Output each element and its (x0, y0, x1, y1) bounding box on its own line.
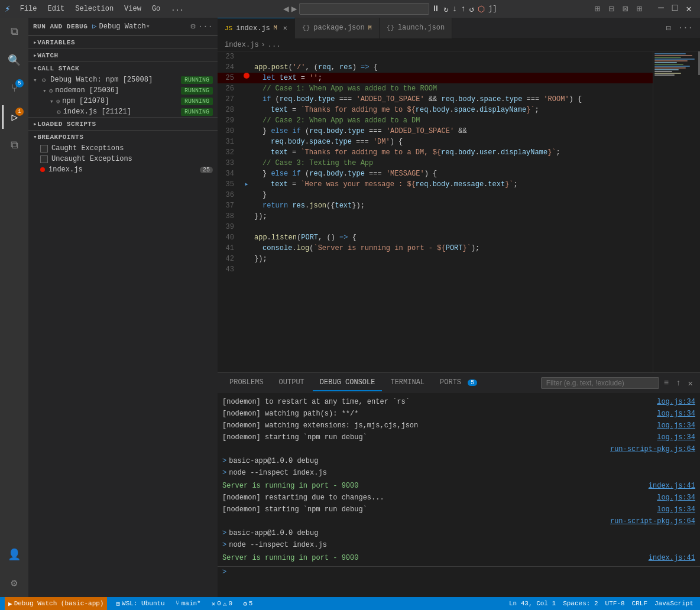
maximize-button[interactable]: □ (669, 2, 682, 16)
code-scroll[interactable]: 23 24 app.post('/', (req, res) => { 25 l… (218, 51, 653, 372)
console-link[interactable]: log.js:34 (647, 397, 695, 407)
call-stack-npm[interactable]: ▾ ⚙ npm [21078] RUNNING (28, 96, 218, 106)
loaded-scripts-header[interactable]: ▸ LOADED SCRIPTS (28, 118, 218, 130)
breakpoint-uncaught-exceptions[interactable]: Uncaught Exceptions (28, 154, 218, 164)
status-debug-count-item[interactable]: ⚙ 5 (241, 600, 254, 608)
activity-avatar[interactable]: 👤 (2, 543, 26, 566)
debug-play-button[interactable]: ▷ (92, 22, 96, 31)
activity-source-control[interactable]: ⑂ 5 (2, 77, 26, 100)
debug-step-out-button[interactable]: ↺ (469, 4, 474, 14)
activity-extensions[interactable]: ⧉ (2, 134, 26, 157)
panel-tab-output[interactable]: OUTPUT (272, 375, 312, 391)
console-link[interactable]: log.js:34 (647, 420, 695, 431)
status-spaces-item[interactable]: Spaces: 2 (561, 600, 599, 607)
grid-icon[interactable]: ⊞ (634, 2, 646, 16)
tab-packagejson[interactable]: {} package.json M (295, 18, 380, 38)
panel-icon[interactable]: ⊠ (620, 2, 631, 16)
panel-tab-ports[interactable]: PORTS 5 (433, 375, 484, 391)
debug-config-chevron: ▾ (146, 22, 150, 31)
nav-back-button[interactable]: ◀ (283, 3, 289, 15)
tab-indexjs[interactable]: JS index.js M ✕ (218, 18, 295, 38)
console-link[interactable]: log.js:34 (647, 408, 695, 419)
status-branch-item[interactable]: ⑂ main* (174, 600, 203, 607)
console-link[interactable]: run-script-pkg.js:64 (601, 516, 695, 527)
call-stack-process[interactable]: ▾ ⚙ Debug Watch: npm [25008] RUNNING (28, 74, 218, 85)
debug-restart-button[interactable]: ↻ (443, 4, 448, 14)
menu-more[interactable]: ... (166, 4, 189, 14)
tab-indexjs-close[interactable]: ✕ (283, 24, 287, 33)
console-line: [nodemon] restarting due to changes... l… (218, 492, 700, 504)
menu-file[interactable]: File (15, 4, 42, 14)
console-clear-icon[interactable]: ✕ (686, 377, 695, 390)
menu-selection[interactable]: Selection (70, 4, 118, 14)
debug-more-icon[interactable]: ··· (198, 22, 213, 31)
close-button[interactable]: ✕ (682, 2, 695, 16)
console-link[interactable]: log.js:34 (647, 492, 695, 503)
console-input[interactable] (229, 568, 695, 576)
call-stack-header[interactable]: ▾ CALL STACK (28, 62, 218, 74)
console-prompt: > (222, 456, 226, 466)
tab-launchjson[interactable]: {} launch.json (380, 18, 452, 38)
code-line-26: 26 // Case 1: When App was added to the … (218, 83, 653, 94)
variables-header[interactable]: ▸ VARIABLES (28, 36, 218, 48)
console-link[interactable]: index.js:41 (639, 481, 695, 491)
debug-pause-button[interactable]: ⏸ (432, 4, 440, 14)
error-icon: ✕ (212, 600, 216, 608)
debug-step-into-button[interactable]: ↑ (461, 4, 465, 14)
breakpoints-header[interactable]: ▾ BREAKPOINTS (28, 131, 218, 143)
search-input[interactable] (299, 3, 429, 15)
breakpoint-caught-exceptions[interactable]: Caught Exceptions (28, 143, 218, 154)
status-line-ending-label: CRLF (632, 600, 647, 607)
status-line-ending-item[interactable]: CRLF (630, 600, 649, 607)
layout-icon[interactable]: ⊞ (592, 2, 604, 16)
window-controls: ─ □ ✕ (654, 2, 695, 16)
console-scroll-lock-icon[interactable]: ↑ (673, 377, 683, 389)
debug-settings-icon[interactable]: ⚙ (190, 21, 195, 31)
console-link[interactable]: index.js:41 (639, 553, 695, 563)
warning-icon: ⚠ (223, 600, 227, 608)
console-link[interactable]: run-script-pkg.js:64 (601, 444, 695, 455)
call-stack-indexjs[interactable]: ⚙ index.js [21121] RUNNING (28, 106, 218, 117)
console-link[interactable]: log.js:34 (647, 504, 695, 515)
console-link[interactable]: log.js:34 (647, 432, 695, 443)
status-errors-item[interactable]: ✕ 0 ⚠ 0 (210, 600, 234, 608)
status-wsl-item[interactable]: ⊞ WSL: Ubuntu (114, 600, 166, 608)
breadcrumb-file[interactable]: index.js (225, 41, 259, 49)
minimap-line (654, 71, 672, 72)
extensions-icon: ⧉ (11, 139, 18, 151)
debug-step-over-button[interactable]: ↓ (452, 4, 457, 14)
menu-go[interactable]: Go (147, 4, 165, 14)
debug-stop-button[interactable]: ⬡ (478, 4, 485, 14)
console-filter-input[interactable] (541, 377, 659, 389)
status-encoding-item[interactable]: UTF-8 (604, 600, 627, 607)
panel-tab-problems[interactable]: PROBLEMS (222, 375, 271, 391)
call-stack-nodemon[interactable]: ▾ ⚙ nodemon [25036] RUNNING (28, 85, 218, 96)
call-stack-chevron: ▾ (33, 64, 37, 72)
console-word-wrap-icon[interactable]: ≡ (662, 377, 671, 389)
panel-tab-terminal[interactable]: TERMINAL (383, 375, 432, 391)
code-line-32: 32 text = `Thanks for adding me to a DM,… (218, 147, 653, 158)
breadcrumb-path[interactable]: ... (268, 41, 281, 49)
code-line-36: 36 } (218, 190, 653, 200)
menu-view[interactable]: View (119, 4, 146, 14)
caught-exceptions-checkbox[interactable] (40, 145, 48, 152)
activity-debug[interactable]: ▷ 1 (2, 105, 26, 129)
more-tabs-icon[interactable]: ··· (676, 22, 695, 34)
split-icon[interactable]: ⊟ (605, 2, 617, 16)
activity-explorer[interactable]: ⧉ (2, 20, 26, 44)
menu-edit[interactable]: Edit (43, 4, 69, 14)
status-debug-item[interactable]: ▶ Debug Watch (basic-app) (5, 597, 107, 610)
activity-search[interactable]: 🔍 (2, 48, 26, 72)
watch-header[interactable]: ▸ WATCH (28, 49, 218, 61)
status-ln-col-item[interactable]: Ln 43, Col 1 (507, 600, 558, 607)
uncaught-exceptions-checkbox[interactable] (40, 155, 48, 163)
breakpoint-indexjs-file[interactable]: index.js 25 (28, 164, 218, 175)
status-language-item[interactable]: JavaScript (653, 600, 695, 607)
minimize-button[interactable]: ─ (654, 2, 667, 16)
nav-forward-button[interactable]: ▶ (291, 3, 297, 15)
variables-section: ▸ VARIABLES (28, 35, 218, 48)
activity-settings[interactable]: ⚙ (2, 571, 26, 595)
panel-tab-debug-console[interactable]: DEBUG CONSOLE (313, 375, 383, 391)
files-icon: ⧉ (11, 26, 18, 38)
split-editor-icon[interactable]: ⊟ (663, 22, 673, 34)
